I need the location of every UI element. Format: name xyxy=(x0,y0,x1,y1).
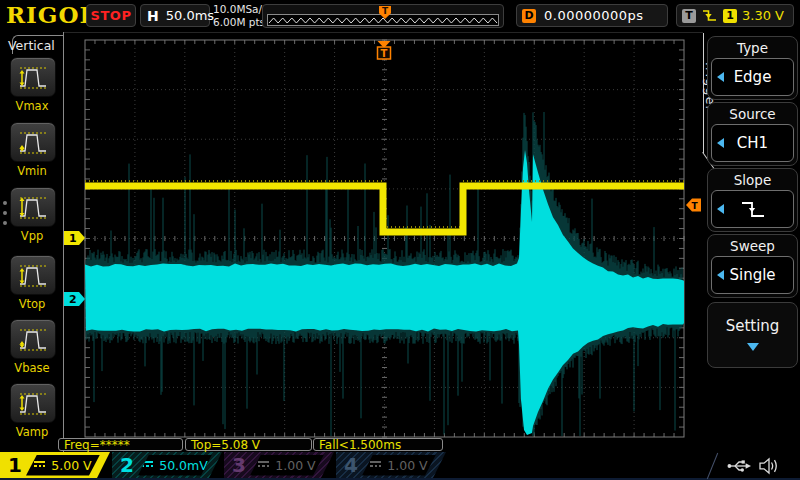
vtop-icon xyxy=(16,261,50,289)
channel-2-scale: 50.0mV xyxy=(159,458,208,473)
waveform-display[interactable]: 12TT xyxy=(0,0,800,480)
svg-text:T: T xyxy=(381,48,388,59)
channel-4-status[interactable]: 4 1.00 V xyxy=(336,452,446,478)
trigger-icon: T xyxy=(682,9,696,23)
trigger-type-group: Type Edge xyxy=(707,36,798,100)
menu-item-vamp[interactable]: Vamp xyxy=(10,383,54,439)
svg-text:2: 2 xyxy=(69,293,77,306)
chevron-left-icon xyxy=(717,72,724,82)
menu-item-label: Vtop xyxy=(10,297,54,311)
channel-4-scale-box: 1.00 V xyxy=(362,455,436,476)
oscilloscope-screen: RIGOL STOP H 50.0ms 10.0MSa/s 6.00M pts … xyxy=(0,0,800,480)
sample-rate: 10.0MSa/s xyxy=(213,3,268,16)
menu-item-label: Vamp xyxy=(10,425,54,439)
channel-3-scale-box: 1.00 V xyxy=(250,455,324,476)
menu-item-vbase[interactable]: Vbase xyxy=(10,319,54,375)
trigger-slope-label: Slope xyxy=(708,172,797,188)
measurement-top: Top=5.08 V xyxy=(185,438,312,451)
svg-text:T: T xyxy=(692,201,699,211)
channel-1-number: 1 xyxy=(8,453,22,477)
channel-1-status[interactable]: 1 5.00 V xyxy=(0,452,110,478)
delay-readout: D 0.00000000ps xyxy=(516,4,668,27)
vpp-button[interactable] xyxy=(10,187,56,227)
menu-title: Vertical xyxy=(8,38,55,53)
menu-item-label: Vpp xyxy=(10,229,54,243)
channel-2-number: 2 xyxy=(120,453,134,477)
status-bar-divider xyxy=(707,453,718,479)
vmax-button[interactable] xyxy=(10,57,56,97)
trigger-type-label: Type xyxy=(708,40,797,56)
menu-item-label: Vbase xyxy=(10,361,54,375)
chevron-down-icon xyxy=(747,343,759,351)
channel-3-scale: 1.00 V xyxy=(275,458,315,473)
menu-item-vpp[interactable]: Vpp xyxy=(10,187,54,243)
falling-edge-icon xyxy=(701,8,718,23)
menu-item-label: Vmax xyxy=(10,99,54,113)
dc-coupling-icon xyxy=(370,461,381,469)
trigger-sweep-button[interactable]: Single xyxy=(711,256,794,294)
menu-item-vmax[interactable]: Vmax xyxy=(10,57,54,113)
trigger-readout: T 1 3.30 V xyxy=(676,4,794,27)
trigger-source-badge: 1 xyxy=(723,9,737,23)
falling-edge-icon xyxy=(740,200,766,219)
chevron-left-icon xyxy=(717,270,724,280)
vpp-icon xyxy=(16,193,50,221)
memory-depth: 6.00M pts xyxy=(213,16,268,29)
channel-3-number: 3 xyxy=(232,453,246,477)
channel-status-bar: 1 5.00 V 2 50.0mV 3 xyxy=(0,452,800,480)
channel-2-scale-box: 50.0mV xyxy=(138,455,212,476)
trigger-source-group: Source CH1 xyxy=(707,102,798,166)
svg-text:1: 1 xyxy=(69,232,77,245)
channel-3-status[interactable]: 3 1.00 V xyxy=(224,452,334,478)
timebase-value: 50.0ms xyxy=(166,8,214,23)
vertical-measure-menu: Vertical VmaxVminVppVtopVbaseVamp xyxy=(0,32,64,452)
channel-4-scale: 1.00 V xyxy=(387,458,427,473)
channel-2-status[interactable]: 2 50.0mV xyxy=(112,452,222,478)
trigger-source-button[interactable]: CH1 xyxy=(711,124,794,162)
vmin-icon xyxy=(16,128,50,156)
channel-4-number: 4 xyxy=(344,453,358,477)
dc-coupling-icon xyxy=(258,461,269,469)
vbase-button[interactable] xyxy=(10,319,56,359)
vbase-icon xyxy=(16,325,50,353)
trigger-sweep-value: Single xyxy=(729,266,775,284)
acquisition-info: 10.0MSa/s 6.00M pts xyxy=(213,3,268,29)
measurement-fall-value: Fall<1.500ms xyxy=(319,438,401,452)
trigger-source-value: CH1 xyxy=(737,134,768,152)
measurement-freq: Freq=***** xyxy=(58,438,183,451)
measurement-top-value: Top=5.08 V xyxy=(191,438,260,452)
menu-item-vmin[interactable]: Vmin xyxy=(10,122,54,178)
trigger-level-value: 3.30 V xyxy=(742,8,784,23)
delay-value: 0.00000000ps xyxy=(544,8,644,23)
dc-coupling-icon xyxy=(142,461,153,469)
measurement-freq-value: Freq=***** xyxy=(64,438,130,452)
speaker-icon xyxy=(758,457,780,475)
trigger-sweep-group: Sweep Single xyxy=(707,234,798,298)
vamp-button[interactable] xyxy=(10,383,56,423)
vmax-icon xyxy=(16,63,50,91)
chevron-left-icon xyxy=(717,204,724,214)
delay-icon: D xyxy=(522,9,536,23)
horizontal-timebase: H 50.0ms xyxy=(140,4,210,27)
trigger-setting-button[interactable]: Setting xyxy=(707,302,798,368)
trigger-slope-group: Slope xyxy=(707,168,798,232)
vmin-button[interactable] xyxy=(10,122,56,162)
menu-item-vtop[interactable]: Vtop xyxy=(10,255,54,311)
trigger-source-label: Source xyxy=(708,106,797,122)
trigger-type-value: Edge xyxy=(734,68,772,86)
menu-page-dots xyxy=(3,195,7,231)
waveform-preview[interactable]: T xyxy=(262,4,504,28)
horizontal-label: H xyxy=(147,8,159,24)
trigger-slope-button[interactable] xyxy=(711,190,794,228)
setting-label: Setting xyxy=(708,317,797,335)
channel-1-scale-box: 5.00 V xyxy=(26,455,100,476)
status-icons xyxy=(726,457,780,475)
trigger-type-button[interactable]: Edge xyxy=(711,58,794,96)
run-state-indicator[interactable]: STOP xyxy=(86,4,136,27)
vtop-button[interactable] xyxy=(10,255,56,295)
channel-1-scale: 5.00 V xyxy=(51,458,91,473)
dc-coupling-icon xyxy=(34,461,45,469)
trigger-sweep-label: Sweep xyxy=(708,238,797,254)
rigol-logo: RIGOL xyxy=(6,1,97,28)
trigger-menu: Trigger Type Edge Source CH1 Slope Sweep xyxy=(703,32,800,480)
